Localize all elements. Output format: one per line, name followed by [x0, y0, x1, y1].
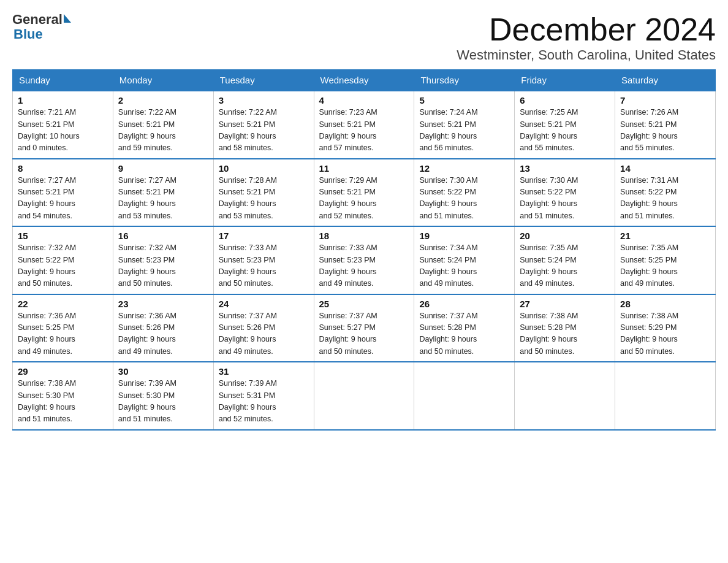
- day-info: Sunrise: 7:27 AMSunset: 5:21 PMDaylight:…: [118, 175, 208, 223]
- day-number: 13: [520, 163, 610, 174]
- calendar-day-cell: [615, 362, 716, 430]
- calendar-header-wednesday: Wednesday: [314, 70, 414, 91]
- calendar-day-cell: 11 Sunrise: 7:29 AMSunset: 5:21 PMDaylig…: [314, 159, 414, 227]
- calendar-week-row: 1 Sunrise: 7:21 AMSunset: 5:21 PMDayligh…: [13, 91, 716, 159]
- calendar-day-cell: 30 Sunrise: 7:39 AMSunset: 5:30 PMDaylig…: [113, 362, 213, 430]
- day-info: Sunrise: 7:24 AMSunset: 5:21 PMDaylight:…: [419, 107, 509, 155]
- calendar-day-cell: 15 Sunrise: 7:32 AMSunset: 5:22 PMDaylig…: [13, 226, 113, 294]
- calendar-day-cell: [314, 362, 414, 430]
- day-number: 29: [18, 366, 108, 377]
- day-number: 10: [219, 163, 309, 174]
- calendar-header-tuesday: Tuesday: [213, 70, 314, 91]
- calendar-day-cell: [414, 362, 515, 430]
- day-number: 23: [118, 299, 208, 309]
- day-info: Sunrise: 7:38 AMSunset: 5:30 PMDaylight:…: [18, 378, 108, 426]
- calendar-day-cell: 16 Sunrise: 7:32 AMSunset: 5:23 PMDaylig…: [113, 226, 213, 294]
- logo: General Blue: [12, 12, 71, 42]
- calendar-week-row: 22 Sunrise: 7:36 AMSunset: 5:25 PMDaylig…: [13, 294, 716, 362]
- calendar-day-cell: 12 Sunrise: 7:30 AMSunset: 5:22 PMDaylig…: [414, 159, 515, 227]
- day-number: 5: [419, 95, 509, 105]
- day-number: 18: [319, 231, 409, 241]
- day-info: Sunrise: 7:21 AMSunset: 5:21 PMDaylight:…: [18, 107, 108, 155]
- location-title: Westminster, South Carolina, United Stat…: [457, 47, 716, 63]
- day-number: 31: [219, 366, 309, 377]
- calendar-day-cell: 24 Sunrise: 7:37 AMSunset: 5:26 PMDaylig…: [213, 294, 314, 362]
- day-number: 11: [319, 163, 409, 174]
- day-info: Sunrise: 7:37 AMSunset: 5:28 PMDaylight:…: [419, 310, 509, 358]
- day-number: 27: [520, 299, 610, 309]
- day-number: 22: [18, 299, 108, 309]
- month-title: December 2024: [457, 12, 716, 47]
- calendar-day-cell: 7 Sunrise: 7:26 AMSunset: 5:21 PMDayligh…: [615, 91, 716, 159]
- day-info: Sunrise: 7:38 AMSunset: 5:29 PMDaylight:…: [620, 310, 710, 358]
- calendar-week-row: 29 Sunrise: 7:38 AMSunset: 5:30 PMDaylig…: [13, 362, 716, 430]
- calendar-day-cell: 14 Sunrise: 7:31 AMSunset: 5:22 PMDaylig…: [615, 159, 716, 227]
- calendar-day-cell: 2 Sunrise: 7:22 AMSunset: 5:21 PMDayligh…: [113, 91, 213, 159]
- calendar-day-cell: 21 Sunrise: 7:35 AMSunset: 5:25 PMDaylig…: [615, 226, 716, 294]
- day-number: 6: [520, 95, 610, 105]
- day-info: Sunrise: 7:30 AMSunset: 5:22 PMDaylight:…: [419, 175, 509, 223]
- calendar-header-friday: Friday: [515, 70, 615, 91]
- day-info: Sunrise: 7:30 AMSunset: 5:22 PMDaylight:…: [520, 175, 610, 223]
- day-info: Sunrise: 7:31 AMSunset: 5:22 PMDaylight:…: [620, 175, 710, 223]
- day-info: Sunrise: 7:37 AMSunset: 5:26 PMDaylight:…: [219, 310, 309, 358]
- day-number: 25: [319, 299, 409, 309]
- calendar-day-cell: 8 Sunrise: 7:27 AMSunset: 5:21 PMDayligh…: [13, 159, 113, 227]
- day-number: 20: [520, 231, 610, 241]
- calendar-day-cell: 25 Sunrise: 7:37 AMSunset: 5:27 PMDaylig…: [314, 294, 414, 362]
- calendar-header-thursday: Thursday: [414, 70, 515, 91]
- day-number: 9: [118, 163, 208, 174]
- day-number: 17: [219, 231, 309, 241]
- title-area: December 2024 Westminster, South Carolin…: [457, 12, 716, 63]
- day-number: 16: [118, 231, 208, 241]
- day-number: 14: [620, 163, 710, 174]
- calendar-day-cell: 18 Sunrise: 7:33 AMSunset: 5:23 PMDaylig…: [314, 226, 414, 294]
- day-info: Sunrise: 7:34 AMSunset: 5:24 PMDaylight:…: [419, 242, 509, 290]
- day-info: Sunrise: 7:36 AMSunset: 5:26 PMDaylight:…: [118, 310, 208, 358]
- day-number: 30: [118, 366, 208, 377]
- day-info: Sunrise: 7:23 AMSunset: 5:21 PMDaylight:…: [319, 107, 409, 155]
- calendar-day-cell: 26 Sunrise: 7:37 AMSunset: 5:28 PMDaylig…: [414, 294, 515, 362]
- logo-general-text: General: [12, 12, 63, 27]
- day-number: 12: [419, 163, 509, 174]
- day-info: Sunrise: 7:28 AMSunset: 5:21 PMDaylight:…: [219, 175, 309, 223]
- calendar-day-cell: 13 Sunrise: 7:30 AMSunset: 5:22 PMDaylig…: [515, 159, 615, 227]
- day-info: Sunrise: 7:39 AMSunset: 5:31 PMDaylight:…: [219, 378, 309, 426]
- day-number: 3: [219, 95, 309, 105]
- day-info: Sunrise: 7:32 AMSunset: 5:22 PMDaylight:…: [18, 242, 108, 290]
- day-info: Sunrise: 7:33 AMSunset: 5:23 PMDaylight:…: [319, 242, 409, 290]
- day-number: 26: [419, 299, 509, 309]
- day-info: Sunrise: 7:25 AMSunset: 5:21 PMDaylight:…: [520, 107, 610, 155]
- day-number: 8: [18, 163, 108, 174]
- calendar-day-cell: 22 Sunrise: 7:36 AMSunset: 5:25 PMDaylig…: [13, 294, 113, 362]
- calendar-day-cell: 27 Sunrise: 7:38 AMSunset: 5:28 PMDaylig…: [515, 294, 615, 362]
- calendar-week-row: 15 Sunrise: 7:32 AMSunset: 5:22 PMDaylig…: [13, 226, 716, 294]
- page-header: General Blue December 2024 Westminster, …: [12, 12, 716, 63]
- calendar-day-cell: 29 Sunrise: 7:38 AMSunset: 5:30 PMDaylig…: [13, 362, 113, 430]
- calendar-header-row: SundayMondayTuesdayWednesdayThursdayFrid…: [13, 70, 716, 91]
- day-info: Sunrise: 7:22 AMSunset: 5:21 PMDaylight:…: [118, 107, 208, 155]
- day-number: 19: [419, 231, 509, 241]
- calendar-day-cell: [515, 362, 615, 430]
- logo-triangle-icon: [64, 14, 71, 23]
- calendar-day-cell: 10 Sunrise: 7:28 AMSunset: 5:21 PMDaylig…: [213, 159, 314, 227]
- day-number: 7: [620, 95, 710, 105]
- calendar-day-cell: 20 Sunrise: 7:35 AMSunset: 5:24 PMDaylig…: [515, 226, 615, 294]
- calendar-day-cell: 1 Sunrise: 7:21 AMSunset: 5:21 PMDayligh…: [13, 91, 113, 159]
- day-info: Sunrise: 7:32 AMSunset: 5:23 PMDaylight:…: [118, 242, 208, 290]
- day-info: Sunrise: 7:35 AMSunset: 5:25 PMDaylight:…: [620, 242, 710, 290]
- day-info: Sunrise: 7:38 AMSunset: 5:28 PMDaylight:…: [520, 310, 610, 358]
- calendar-day-cell: 31 Sunrise: 7:39 AMSunset: 5:31 PMDaylig…: [213, 362, 314, 430]
- calendar-day-cell: 19 Sunrise: 7:34 AMSunset: 5:24 PMDaylig…: [414, 226, 515, 294]
- day-number: 1: [18, 95, 108, 105]
- day-info: Sunrise: 7:29 AMSunset: 5:21 PMDaylight:…: [319, 175, 409, 223]
- calendar-day-cell: 9 Sunrise: 7:27 AMSunset: 5:21 PMDayligh…: [113, 159, 213, 227]
- calendar-day-cell: 23 Sunrise: 7:36 AMSunset: 5:26 PMDaylig…: [113, 294, 213, 362]
- calendar-header-saturday: Saturday: [615, 70, 716, 91]
- day-info: Sunrise: 7:33 AMSunset: 5:23 PMDaylight:…: [219, 242, 309, 290]
- calendar-day-cell: 3 Sunrise: 7:22 AMSunset: 5:21 PMDayligh…: [213, 91, 314, 159]
- calendar-day-cell: 5 Sunrise: 7:24 AMSunset: 5:21 PMDayligh…: [414, 91, 515, 159]
- day-info: Sunrise: 7:35 AMSunset: 5:24 PMDaylight:…: [520, 242, 610, 290]
- calendar-week-row: 8 Sunrise: 7:27 AMSunset: 5:21 PMDayligh…: [13, 159, 716, 227]
- calendar-header-monday: Monday: [113, 70, 213, 91]
